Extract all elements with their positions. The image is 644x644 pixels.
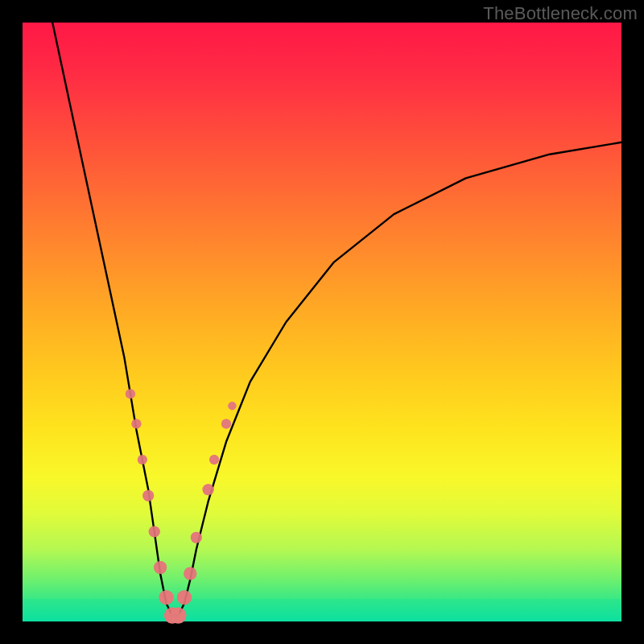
bottleneck-curve: [52, 23, 621, 616]
marker-dot: [209, 455, 219, 464]
marker-dot: [221, 419, 231, 429]
markers-group: [126, 389, 237, 623]
chart-svg: [23, 23, 621, 621]
marker-dot: [131, 419, 141, 429]
marker-dot: [191, 532, 202, 543]
marker-dot: [228, 402, 236, 410]
marker-dot: [138, 455, 147, 464]
marker-dot: [203, 484, 214, 495]
watermark-text: TheBottleneck.com: [483, 3, 638, 24]
green-band: [23, 599, 621, 621]
marker-dot: [142, 490, 154, 502]
marker-dot: [154, 561, 167, 574]
marker-dot: [142, 490, 154, 502]
marker-dot: [149, 526, 160, 537]
marker-dot: [184, 568, 196, 580]
marker-dot: [209, 455, 219, 464]
marker-dot: [203, 484, 214, 495]
marker-dot: [191, 532, 202, 543]
plot-area: [23, 23, 621, 621]
marker-dot: [131, 419, 141, 429]
marker-dot: [184, 568, 196, 580]
marker-dot: [228, 402, 236, 410]
marker-dot: [126, 389, 135, 398]
markers-group-top: [126, 389, 237, 623]
chart-frame: TheBottleneck.com: [0, 0, 644, 644]
marker-dot: [126, 389, 135, 398]
marker-dot: [221, 419, 231, 429]
marker-dot: [138, 455, 147, 464]
marker-dot: [154, 561, 167, 574]
marker-dot: [149, 526, 160, 537]
